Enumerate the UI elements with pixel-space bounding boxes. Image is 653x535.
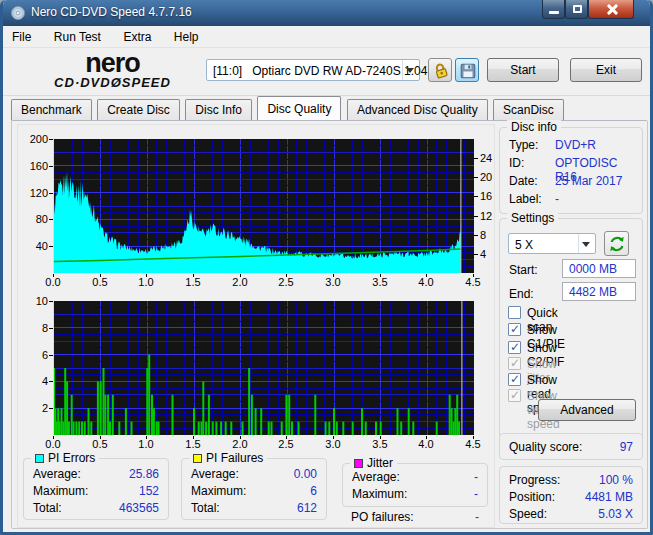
tab-disc-quality[interactable]: Disc Quality <box>257 96 341 120</box>
speed-value: 5.03 X <box>598 507 633 521</box>
jitter-maximum-value: - <box>474 487 478 501</box>
menu-run-test[interactable]: Run Test <box>45 26 110 47</box>
checkbox-box <box>508 389 521 402</box>
position-label: Position: <box>509 490 555 504</box>
x-axis-tick-label: 0.5 <box>85 438 115 450</box>
tab-scandisc[interactable]: ScanDisc <box>493 99 564 120</box>
jitter-average-value: - <box>474 470 478 484</box>
pi-failures-total-label: Total: <box>191 501 220 515</box>
quality-score-label: Quality score: <box>509 440 582 454</box>
pi-failures-maximum-value: 6 <box>310 484 317 498</box>
x-axis-tick-label: 0.0 <box>38 438 68 450</box>
disc-date-label: Date: <box>509 174 538 188</box>
chevron-down-icon <box>582 242 590 247</box>
y-axis-tick-label: 160 <box>22 160 48 172</box>
y-axis-tick-label: 10 <box>22 295 48 307</box>
y-axis-tick-label: 200 <box>22 133 48 145</box>
disc-id-label: ID: <box>509 156 524 170</box>
disc-info-box: Disc info Type:DVD+R ID:OPTODISC R16 Dat… <box>499 127 643 214</box>
scan-speed-selector[interactable]: 5 X <box>508 233 596 254</box>
jitter-maximum-label: Maximum: <box>352 487 407 501</box>
pi-errors-maximum-label: Maximum: <box>33 484 88 498</box>
start-button[interactable]: Start <box>487 58 559 82</box>
tab-disc-info[interactable]: Disc Info <box>185 99 252 120</box>
tab-create-disc[interactable]: Create Disc <box>97 99 180 120</box>
speed-label: Speed: <box>509 507 547 521</box>
y-axis-tick-label: 120 <box>22 187 48 199</box>
pi-failures-chart: 2468100.00.51.01.52.02.53.03.54.04.5 <box>18 291 496 461</box>
disc-type-value: DVD+R <box>555 138 596 152</box>
scan-speed-arrow[interactable] <box>578 234 595 253</box>
advanced-button[interactable]: Advanced <box>538 399 636 421</box>
scan-speed-value: 5 X <box>515 238 533 252</box>
app-window: Nero CD-DVD Speed 4.7.7.16 File Run Test… <box>0 0 653 535</box>
maximize-icon <box>573 5 582 13</box>
lock-drive-button[interactable] <box>428 58 452 82</box>
title-bar: Nero CD-DVD Speed 4.7.7.16 <box>3 0 650 26</box>
y-axis-tick-label: 2 <box>22 402 48 414</box>
pi-errors-stats-box: PI Errors Average:25.86 Maximum:152 Tota… <box>23 458 169 520</box>
chevron-down-icon <box>406 68 414 73</box>
progress-label: Progress: <box>509 473 560 487</box>
checkbox-box[interactable] <box>508 323 521 336</box>
pi-errors-average-value: 25.86 <box>129 467 159 481</box>
y2-axis-tick-label: 12 <box>480 210 492 222</box>
y-axis-tick-label: 80 <box>22 213 48 225</box>
x-axis-tick-label: 3.0 <box>318 276 348 288</box>
maximize-button[interactable] <box>565 0 588 19</box>
close-button[interactable] <box>588 0 634 19</box>
save-button[interactable] <box>455 58 479 82</box>
x-axis-tick-label: 4.5 <box>458 276 488 288</box>
x-axis-tick-label: 1.5 <box>178 276 208 288</box>
x-axis-tick-label: 2.0 <box>225 438 255 450</box>
pi-failures-total-value: 612 <box>297 501 317 515</box>
drive-selector-arrow[interactable] <box>402 60 419 80</box>
menu-file[interactable]: File <box>3 26 40 47</box>
toolbar: nero CD·DVDØSPEED [11:0] Optiarc DVD RW … <box>3 48 650 96</box>
pi-errors-average-label: Average: <box>33 467 81 481</box>
pi-errors-legend-chip <box>35 454 44 463</box>
y-axis-tick-label: 6 <box>22 349 48 361</box>
start-position-label: Start: <box>509 263 538 277</box>
po-failures-row: PO failures: - <box>351 510 479 526</box>
refresh-button[interactable] <box>604 231 629 256</box>
menu-extra[interactable]: Extra <box>114 26 160 47</box>
drive-selector-value: [11:0] Optiarc DVD RW AD-7240S 1.04 <box>213 64 427 78</box>
save-floppy-icon <box>459 62 477 80</box>
checkbox-box[interactable] <box>508 341 521 354</box>
menu-help[interactable]: Help <box>165 26 208 47</box>
settings-box: Settings 5 X Start: 0000 MB End: 4482 MB… <box>499 218 643 446</box>
y-axis-tick-label: 40 <box>22 240 48 252</box>
checkbox-box[interactable] <box>508 306 521 319</box>
exit-button[interactable]: Exit <box>570 58 642 82</box>
lock-icon <box>432 62 450 80</box>
end-position-field[interactable]: 4482 MB <box>562 282 636 301</box>
progress-value: 100 % <box>599 473 633 487</box>
y2-axis-tick-label: 20 <box>480 171 492 183</box>
y2-axis-tick-label: 24 <box>480 152 492 164</box>
x-axis-tick-label: 1.0 <box>131 276 161 288</box>
settings-title: Settings <box>507 211 558 225</box>
start-position-field[interactable]: 0000 MB <box>562 259 636 278</box>
x-axis-tick-label: 2.5 <box>271 276 301 288</box>
checkbox-box <box>508 357 521 370</box>
checkbox-box[interactable] <box>508 373 521 386</box>
quality-score-value: 97 <box>620 440 633 454</box>
y2-axis-tick-label: 8 <box>480 229 486 241</box>
tab-advanced-disc-quality[interactable]: Advanced Disc Quality <box>347 99 488 120</box>
x-axis-tick-label: 2.0 <box>225 276 255 288</box>
tab-strip: Benchmark Create Disc Disc Info Disc Qua… <box>11 99 565 121</box>
x-axis-tick-label: 3.0 <box>318 438 348 450</box>
tab-benchmark[interactable]: Benchmark <box>11 99 92 120</box>
disc-glyph-icon: Ø <box>111 75 122 90</box>
app-icon <box>10 5 26 21</box>
drive-selector[interactable]: [11:0] Optiarc DVD RW AD-7240S 1.04 <box>206 59 420 81</box>
disc-type-label: Type: <box>509 138 538 152</box>
pi-failures-maximum-label: Maximum: <box>191 484 246 498</box>
pi-errors-maximum-value: 152 <box>139 484 159 498</box>
minimize-button[interactable] <box>542 0 565 19</box>
refresh-icon <box>608 235 626 253</box>
x-axis-tick-label: 2.5 <box>271 438 301 450</box>
progress-box: Progress:100 % Position:4481 MB Speed:5.… <box>499 466 643 524</box>
y2-axis-tick-label: 16 <box>480 190 492 202</box>
